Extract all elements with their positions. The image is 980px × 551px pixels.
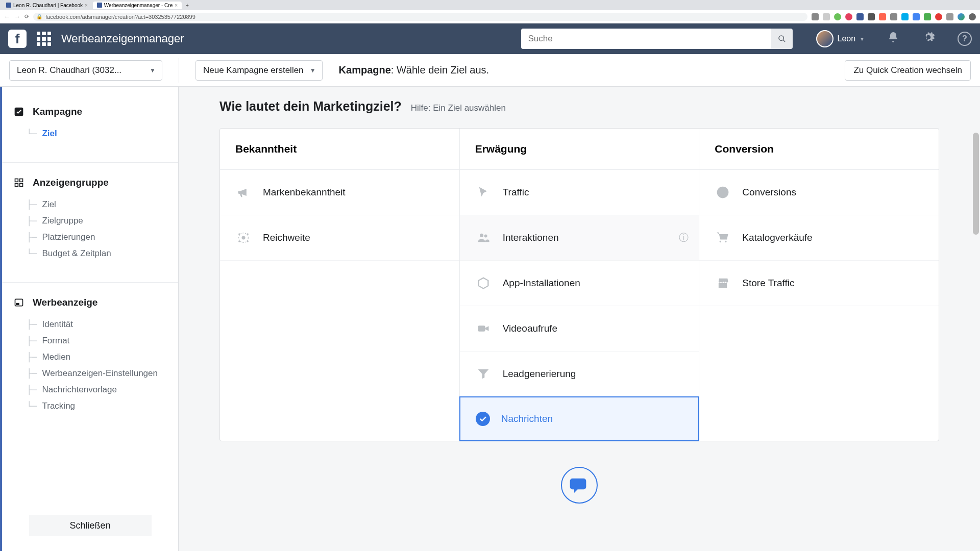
svg-point-12 [247, 233, 249, 235]
extension-icon[interactable] [890, 13, 897, 20]
forward-icon[interactable]: → [14, 13, 20, 20]
sidebar-head-campaign[interactable]: Kampagne [2, 102, 178, 121]
extension-icon[interactable] [879, 13, 886, 20]
goal-grid: Bekanntheit Markenbekanntheit Reichweite… [219, 128, 939, 441]
svg-point-9 [242, 236, 246, 240]
goal-messages[interactable]: Nachrichten [459, 396, 700, 441]
info-icon[interactable]: ⓘ [679, 231, 689, 244]
search-input[interactable] [521, 29, 771, 49]
sidebar-item-ziel[interactable]: └─Ziel [21, 126, 178, 142]
close-button[interactable]: Schließen [29, 515, 152, 536]
more-icon[interactable] [969, 13, 976, 20]
sidebar-head-ad[interactable]: Werbeanzeige [2, 293, 178, 312]
goal-lead-generation[interactable]: Leadgenerierung [460, 352, 699, 397]
close-icon[interactable]: × [175, 3, 178, 8]
sidebar-item[interactable]: ├─Nachrichtenvorlage [21, 382, 178, 398]
sidebar-item[interactable]: └─Budget & Zeitplan [21, 245, 178, 262]
browser-tab[interactable]: Leon R. Chaudhari | Facebook × [2, 2, 92, 9]
goal-catalog-sales[interactable]: Katalogverkäufe [699, 215, 939, 261]
grid-icon [13, 177, 24, 188]
url-input[interactable]: 🔒 facebook.com/adsmanager/creation?act=3… [33, 13, 807, 21]
svg-rect-4 [20, 179, 23, 182]
facebook-logo[interactable]: f [8, 30, 27, 48]
url-text: facebook.com/adsmanager/creation?act=303… [45, 14, 195, 20]
column-header: Conversion [699, 129, 939, 170]
sidebar-section-title: Anzeigengruppe [33, 177, 109, 188]
bell-icon[interactable] [887, 31, 899, 46]
goal-conversions[interactable]: Conversions [699, 170, 939, 215]
search-button[interactable] [771, 29, 793, 49]
reload-icon[interactable]: ⟳ [24, 13, 29, 20]
people-icon [475, 230, 492, 246]
browser-tab[interactable]: Werbeanzeigenmanager - Cre × [93, 2, 182, 9]
goal-video-views[interactable]: Videoaufrufe [460, 306, 699, 352]
sidebar-item[interactable]: ├─Medien [21, 349, 178, 365]
sidebar-section-ad: Werbeanzeige ├─Identität ├─Format ├─Medi… [2, 293, 178, 414]
extension-icon[interactable] [924, 13, 931, 20]
cursor-icon [475, 184, 492, 201]
star-icon[interactable] [823, 13, 830, 20]
extension-icon[interactable] [935, 13, 942, 20]
check-icon [476, 412, 490, 426]
url-bar-row: ← → ⟳ 🔒 facebook.com/adsmanager/creation… [0, 10, 980, 23]
help-icon[interactable]: ? [958, 32, 972, 46]
sidebar-item[interactable]: ├─Format [21, 333, 178, 349]
svg-rect-8 [16, 304, 19, 305]
close-icon[interactable]: × [85, 3, 88, 8]
sidebar-head-adset[interactable]: Anzeigengruppe [2, 173, 178, 192]
goal-column-consideration: Erwägung Traffic Interaktionen ⓘ App-Ins… [460, 129, 700, 441]
megaphone-icon [235, 184, 252, 201]
sidebar-item[interactable]: ├─Werbeanzeigen-Einstellungen [21, 365, 178, 382]
profile-icon[interactable] [958, 13, 965, 20]
extension-icon[interactable] [845, 13, 852, 20]
account-dropdown[interactable]: Leon R. Chaudhari (3032... [9, 60, 162, 81]
app-menu-icon[interactable] [37, 32, 51, 46]
extension-icon[interactable] [834, 13, 841, 20]
sidebar-item[interactable]: ├─Zielgruppe [21, 213, 178, 229]
sidebar-item[interactable]: ├─Identität [21, 316, 178, 333]
back-icon[interactable]: ← [4, 13, 10, 20]
globe-icon [715, 184, 731, 201]
new-campaign-dropdown[interactable]: Neue Kampagne erstellen [195, 60, 323, 81]
svg-line-1 [783, 40, 785, 42]
extension-icon[interactable] [868, 13, 875, 20]
search-wrap [521, 29, 793, 49]
goal-engagement[interactable]: Interaktionen ⓘ [460, 215, 699, 261]
extension-icon[interactable] [913, 13, 920, 20]
main-content: Wie lautet dein Marketingziel? Hilfe: Ei… [179, 87, 980, 551]
goal-store-traffic[interactable]: Store Traffic [699, 261, 939, 306]
new-tab-button[interactable]: + [183, 3, 192, 8]
sidebar-item[interactable]: ├─Platzierungen [21, 229, 178, 245]
help-link[interactable]: Hilfe: Ein Ziel auswählen [411, 103, 506, 113]
divider [179, 58, 179, 83]
account-label: Leon R. Chaudhari (3032... [17, 65, 121, 76]
quick-creation-button[interactable]: Zu Quick Creation wechseln [845, 60, 971, 81]
svg-rect-5 [15, 184, 18, 187]
sidebar-section-campaign: Kampagne └─Ziel [2, 102, 178, 142]
store-icon [715, 275, 731, 291]
facebook-icon [6, 3, 11, 8]
sidebar-item[interactable]: ├─Ziel [21, 196, 178, 213]
cart-icon [715, 230, 731, 246]
user-menu[interactable]: Leon ▼ [816, 30, 865, 47]
subheader: Leon R. Chaudhari (3032... Neue Kampagne… [0, 54, 980, 87]
menu-icon[interactable] [946, 13, 953, 20]
extension-icon[interactable] [812, 13, 819, 20]
svg-rect-3 [15, 179, 18, 182]
scrollbar[interactable] [973, 133, 979, 235]
goal-reach[interactable]: Reichweite [220, 215, 459, 261]
goal-app-installs[interactable]: App-Installationen [460, 261, 699, 306]
selected-goal-icon-wrap [219, 467, 939, 504]
goal-brand-awareness[interactable]: Markenbekanntheit [220, 170, 459, 215]
sidebar-item[interactable]: └─Tracking [21, 398, 178, 414]
marketing-question: Wie lautet dein Marketingziel? [219, 99, 402, 114]
svg-point-11 [238, 233, 240, 235]
extension-icon[interactable] [901, 13, 909, 20]
sidebar-section-adset: Anzeigengruppe ├─Ziel ├─Zielgruppe ├─Pla… [2, 173, 178, 262]
sidebar-section-title: Kampagne [33, 106, 82, 117]
goal-traffic[interactable]: Traffic [460, 170, 699, 215]
gear-icon[interactable] [922, 31, 935, 47]
extension-icon[interactable] [856, 13, 864, 20]
tab-label: Leon R. Chaudhari | Facebook [13, 3, 83, 8]
divider [2, 282, 178, 283]
